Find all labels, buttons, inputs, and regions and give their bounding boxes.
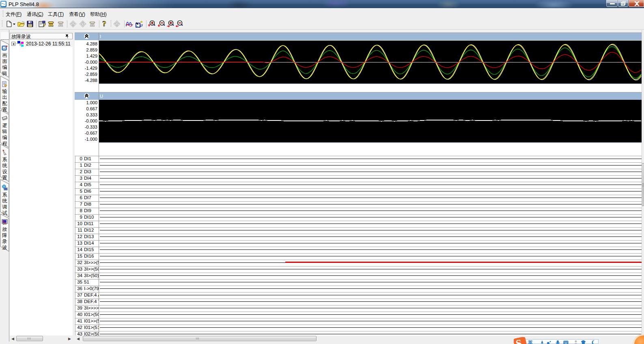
svg-text:英: 英	[528, 340, 533, 344]
svg-text:?: ?	[102, 20, 106, 28]
